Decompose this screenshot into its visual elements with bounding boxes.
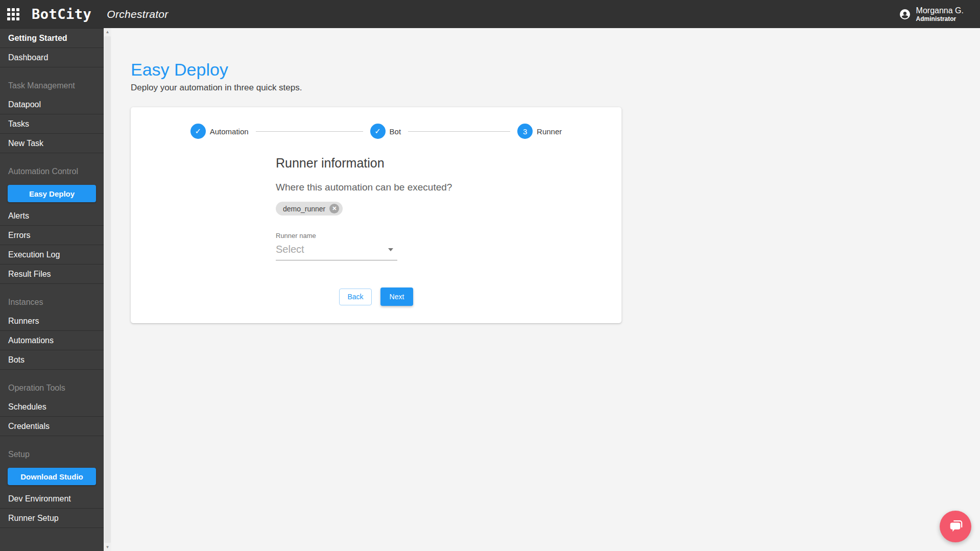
sidebar-item-tasks[interactable]: Tasks — [0, 114, 104, 134]
sidebar-item-credentials[interactable]: Credentials — [0, 417, 104, 436]
form-question: Where this automation can be executed? — [276, 182, 452, 193]
sidebar-item-datapool[interactable]: Datapool — [0, 95, 104, 114]
top-bar: BotCity Orchestrator Morganna G. Adminis… — [0, 0, 980, 28]
botcity-logo: BotCity — [32, 6, 91, 22]
sidebar-item-errors[interactable]: Errors — [0, 226, 104, 245]
scroll-down-icon[interactable]: ▼ — [104, 543, 111, 551]
step-check-icon: ✓ — [370, 124, 386, 139]
runner-name-select[interactable]: Select — [276, 244, 397, 260]
easy-deploy-button[interactable]: Easy Deploy — [8, 185, 96, 202]
step-connector — [256, 131, 363, 132]
wizard-actions: Back Next — [131, 288, 622, 306]
dropdown-arrow-icon — [388, 248, 393, 251]
sidebar-item-new-task[interactable]: New Task — [0, 134, 104, 153]
sidebar-item-execution-log[interactable]: Execution Log — [0, 245, 104, 265]
next-button[interactable]: Next — [380, 288, 413, 306]
account-circle-icon — [899, 8, 911, 20]
user-name: Morganna G. — [916, 6, 964, 15]
sidebar-item-dev-environment[interactable]: Dev Environment — [0, 489, 104, 509]
sidebar-nav: Getting Started Dashboard Task Managemen… — [0, 28, 104, 551]
step-automation: ✓ Automation — [190, 124, 249, 139]
back-button[interactable]: Back — [339, 289, 372, 305]
scroll-up-icon[interactable]: ▲ — [104, 28, 111, 36]
chat-bubble-icon — [948, 519, 963, 534]
main-content: Easy Deploy Deploy your automation in th… — [111, 28, 980, 551]
chip-label: demo_runner — [283, 205, 325, 213]
sidebar-item-bots[interactable]: Bots — [0, 350, 104, 370]
sidebar-item-runner-setup[interactable]: Runner Setup — [0, 509, 104, 528]
app-title: Orchestrator — [107, 8, 168, 20]
step-bot: ✓ Bot — [370, 124, 401, 139]
sidebar-header-operation-tools: Operation Tools — [0, 370, 104, 397]
sidebar-header-instances: Instances — [0, 284, 104, 312]
step-connector — [408, 131, 510, 132]
step-label: Runner — [537, 127, 562, 136]
sidebar-item-dashboard[interactable]: Dashboard — [0, 48, 104, 67]
wizard-card: ✓ Automation ✓ Bot 3 Runner Runner infor… — [131, 107, 622, 323]
sidebar-item-schedules[interactable]: Schedules — [0, 397, 104, 417]
apps-grid-icon[interactable] — [7, 8, 19, 20]
page-subtitle: Deploy your automation in three quick st… — [131, 83, 302, 93]
user-role: Administrator — [916, 15, 964, 22]
sidebar-item-runners[interactable]: Runners — [0, 312, 104, 331]
stepper: ✓ Automation ✓ Bot 3 Runner — [131, 124, 622, 139]
select-placeholder: Select — [276, 244, 304, 255]
runner-chip: demo_runner ✕ — [276, 202, 343, 215]
chat-fab-button[interactable] — [940, 511, 971, 542]
select-label: Runner name — [276, 232, 397, 239]
step-check-icon: ✓ — [190, 124, 206, 139]
sidebar-item-getting-started[interactable]: Getting Started — [0, 29, 104, 48]
step-label: Automation — [210, 127, 249, 136]
sidebar-header-setup: Setup — [0, 436, 104, 464]
sidebar-item-alerts[interactable]: Alerts — [0, 206, 104, 226]
user-menu[interactable]: Morganna G. Administrator — [899, 0, 964, 28]
step-label: Bot — [390, 127, 401, 136]
sidebar-header-task-management: Task Management — [0, 67, 104, 95]
step-runner: 3 Runner — [517, 124, 562, 139]
download-studio-button[interactable]: Download Studio — [8, 468, 96, 485]
sidebar-header-automation-control: Automation Control — [0, 153, 104, 181]
sidebar-scrollbar[interactable]: ▲ ▼ — [104, 28, 111, 551]
sidebar-item-result-files[interactable]: Result Files — [0, 265, 104, 284]
runner-name-field: Runner name Select — [276, 232, 397, 260]
scrollbar-thumb[interactable] — [104, 36, 111, 543]
page-title: Easy Deploy — [131, 60, 228, 80]
sidebar-item-automations[interactable]: Automations — [0, 331, 104, 350]
form-heading: Runner information — [276, 156, 385, 171]
step-number-badge: 3 — [517, 124, 533, 139]
chip-close-icon[interactable]: ✕ — [329, 204, 339, 213]
